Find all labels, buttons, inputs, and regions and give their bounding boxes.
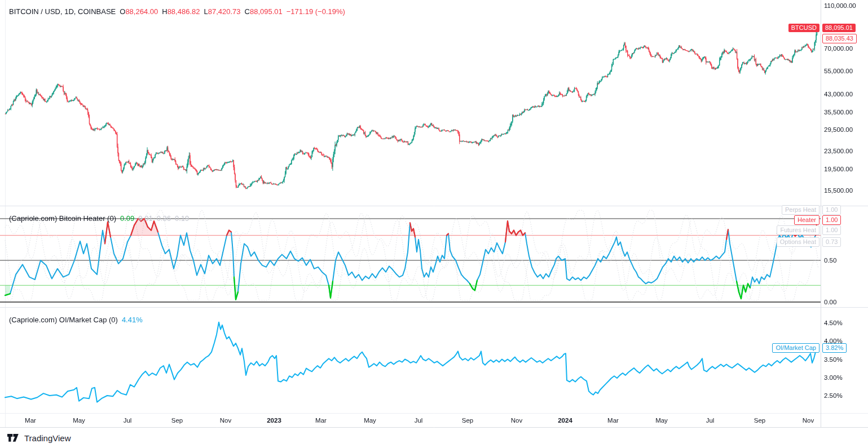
oi-legend: (Capriole.com) OI/Market Cap (0)4.41% (9, 316, 143, 324)
time-axis-label: 2023 (267, 417, 281, 424)
oi-market-cap-label-badge: OI/Market Cap (772, 343, 819, 353)
btcusd-label-badge: BTCUSD (788, 24, 819, 32)
time-axis-label: Mar (607, 417, 619, 424)
time-axis-label: Nov (220, 417, 231, 424)
time-axis-label: Jul (706, 417, 715, 424)
oi-axis-tick: 4.50% (824, 319, 843, 327)
time-axis-label: Sep (171, 417, 183, 424)
heater-legend: (Capriole.com) Bitcoin Heater (0)0.090.0… (9, 214, 189, 223)
ohlc-value: 88,095.01 (250, 7, 283, 16)
price-axis-tick: 55,000.00 (824, 67, 853, 75)
axis-value-badge: 88,035.43 (822, 34, 857, 43)
ohlc-letter: H (162, 7, 167, 16)
price-axis-tick: 110,000.00 (824, 2, 856, 10)
tradingview-chart: BITCOIN / USD, 1D, COINBASEO88,264.00H88… (0, 0, 868, 448)
tradingview-logo-icon[interactable] (7, 432, 19, 444)
symbol-title[interactable]: BITCOIN / USD, 1D, COINBASE (9, 7, 116, 16)
price-axis-tick: 19,500.00 (824, 165, 853, 173)
oi-title[interactable]: (Capriole.com) OI/Market Cap (0) (9, 316, 118, 324)
price-axis-tick: 70,000.00 (824, 45, 853, 52)
perps-heat-label-badge: Perps Heat (782, 205, 819, 215)
heater-title[interactable]: (Capriole.com) Bitcoin Heater (0) (9, 214, 116, 223)
ohlc-letter: L (204, 7, 208, 16)
time-axis-label: Mar (315, 417, 327, 424)
ohlc-value: 88,486.82 (168, 7, 200, 16)
axis-value-badge: 88,095.01 (822, 24, 856, 32)
futures-heat-label-badge: Futures Heat (777, 225, 819, 235)
chart-canvas[interactable] (0, 0, 868, 448)
time-axis-label: Sep (462, 417, 473, 424)
time-axis-label: Jul (415, 417, 423, 424)
time-axis-label: May (73, 417, 85, 424)
oi-axis-tick: 3.00% (824, 374, 843, 382)
price-axis-tick: 43,000.00 (824, 90, 853, 98)
time-axis-label: Nov (803, 417, 814, 424)
axis-value-badge: 0.73 (822, 237, 841, 247)
axis-value-badge: 3.82% (822, 343, 847, 353)
heater-axis-tick: 0.00 (824, 298, 836, 306)
time-axis-label: Jul (124, 417, 132, 424)
ohlc-letter: O (120, 7, 125, 16)
heater-axis-tick: 0.50 (824, 256, 836, 264)
axis-value-badge: 1.00 (822, 205, 841, 215)
time-axis-label: Nov (511, 417, 522, 424)
price-axis-tick: 23,500.00 (824, 147, 853, 155)
heater-value: 0.09 (120, 214, 134, 223)
time-axis-label: Mar (25, 417, 36, 424)
ohlc-value: 87,420.73 (208, 7, 241, 16)
price-legend: BITCOIN / USD, 1D, COINBASEO88,264.00H88… (9, 7, 345, 16)
axis-value-badge: 1.00 (822, 215, 841, 225)
brand-name[interactable]: TradingView (24, 433, 71, 443)
time-axis-label: Sep (754, 417, 765, 424)
heater-value: 0.01 (138, 214, 152, 223)
oi-axis-tick: 3.50% (824, 356, 843, 363)
change-value: −171.19 (−0.19%) (287, 7, 345, 16)
oi-axis-tick: 2.50% (824, 392, 843, 400)
heater-value: 0.19 (175, 214, 189, 223)
oi-value: 4.41% (122, 316, 143, 324)
time-axis-label: May (655, 417, 668, 424)
price-axis-tick: 29,500.00 (824, 126, 853, 134)
time-axis-label: 2024 (558, 417, 572, 424)
ohlc-value: 88,264.00 (125, 7, 158, 16)
price-axis-tick: 35,500.00 (824, 108, 853, 116)
ohlc-letter: C (245, 7, 250, 16)
heater-label-badge: Heater (794, 215, 819, 225)
footer-bar: TradingView (0, 428, 868, 448)
options-heat-label-badge: Options Heat (777, 237, 819, 247)
price-axis-tick: 15,500.00 (824, 187, 853, 194)
time-axis-label: May (364, 417, 376, 424)
heater-value: 0.36 (157, 214, 171, 223)
axis-value-badge: 1.00 (822, 225, 841, 235)
